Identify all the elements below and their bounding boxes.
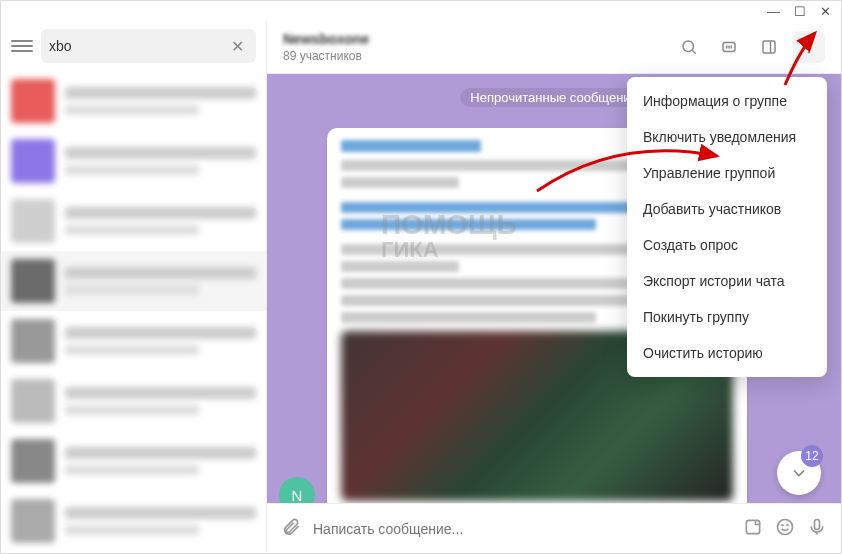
chat-list-item[interactable] — [1, 371, 266, 431]
chat-name: Newsboxone — [283, 31, 665, 47]
message-input[interactable] — [313, 521, 731, 537]
svg-point-10 — [808, 51, 810, 53]
more-options-menu: Информация о группеВключить уведомленияУ… — [627, 77, 827, 377]
svg-point-13 — [782, 525, 783, 526]
message-link — [341, 140, 481, 152]
main-area: ✕ Newsboxone 89 участников — [1, 21, 841, 553]
sidebar-header: ✕ — [1, 21, 266, 71]
sticker-icon[interactable] — [743, 517, 763, 540]
search-chat-icon[interactable] — [673, 31, 705, 63]
menu-item[interactable]: Управление группой — [627, 155, 827, 191]
svg-point-0 — [683, 41, 694, 52]
chat-subtitle: 89 участников — [283, 49, 665, 63]
window-controls: — ☐ ✕ — [1, 1, 841, 21]
menu-item[interactable]: Покинуть группу — [627, 299, 827, 335]
chat-list-item[interactable] — [1, 491, 266, 551]
chat-avatar — [11, 319, 55, 363]
menu-item[interactable]: Включить уведомления — [627, 119, 827, 155]
svg-rect-15 — [815, 520, 820, 530]
chat-list-item[interactable] — [1, 191, 266, 251]
chat-avatar — [11, 259, 55, 303]
menu-item[interactable]: Информация о группе — [627, 83, 827, 119]
side-panel-icon[interactable] — [753, 31, 785, 63]
svg-point-14 — [787, 525, 788, 526]
svg-rect-6 — [763, 41, 775, 53]
more-options-icon[interactable] — [793, 31, 825, 63]
chat-list-item[interactable] — [1, 431, 266, 491]
chat-list-item[interactable] — [1, 251, 266, 311]
menu-item[interactable]: Очистить историю — [627, 335, 827, 371]
chat-list-item[interactable] — [1, 71, 266, 131]
close-icon[interactable]: ✕ — [820, 4, 831, 19]
search-input[interactable] — [49, 38, 227, 54]
search-field[interactable]: ✕ — [41, 29, 256, 63]
menu-item[interactable]: Экспорт истории чата — [627, 263, 827, 299]
chat-avatar — [11, 439, 55, 483]
clear-search-icon[interactable]: ✕ — [227, 37, 248, 56]
message-composer — [267, 503, 841, 553]
svg-point-8 — [808, 41, 810, 43]
chat-avatar — [11, 79, 55, 123]
hamburger-icon[interactable] — [11, 35, 33, 57]
chat-avatar — [11, 499, 55, 543]
svg-line-1 — [692, 50, 695, 53]
chat-title-block[interactable]: Newsboxone 89 участников — [283, 31, 665, 63]
svg-rect-11 — [746, 520, 759, 533]
app-window: — ☐ ✕ ✕ Newsboxone 89 участников — [0, 0, 842, 554]
sidebar: ✕ — [1, 21, 267, 553]
chat-list[interactable] — [1, 71, 266, 553]
emoji-icon[interactable] — [775, 517, 795, 540]
unread-count-badge: 12 — [801, 445, 823, 467]
chat-panel: Newsboxone 89 участников Непрочитанные с… — [267, 21, 841, 553]
scroll-to-bottom-button[interactable]: 12 — [777, 451, 821, 495]
svg-point-12 — [778, 520, 793, 535]
chat-avatar — [11, 139, 55, 183]
menu-item[interactable]: Добавить участников — [627, 191, 827, 227]
unread-divider: Непрочитанные сообщения — [460, 88, 647, 107]
maximize-icon[interactable]: ☐ — [794, 4, 806, 19]
mic-icon[interactable] — [807, 517, 827, 540]
minimize-icon[interactable]: — — [767, 4, 780, 19]
voice-chat-icon[interactable] — [713, 31, 745, 63]
chat-list-item[interactable] — [1, 311, 266, 371]
chat-header: Newsboxone 89 участников — [267, 21, 841, 74]
chat-avatar — [11, 199, 55, 243]
svg-point-9 — [808, 46, 810, 48]
chat-avatar — [11, 379, 55, 423]
chat-list-item[interactable] — [1, 131, 266, 191]
menu-item[interactable]: Создать опрос — [627, 227, 827, 263]
attach-icon[interactable] — [281, 517, 301, 540]
